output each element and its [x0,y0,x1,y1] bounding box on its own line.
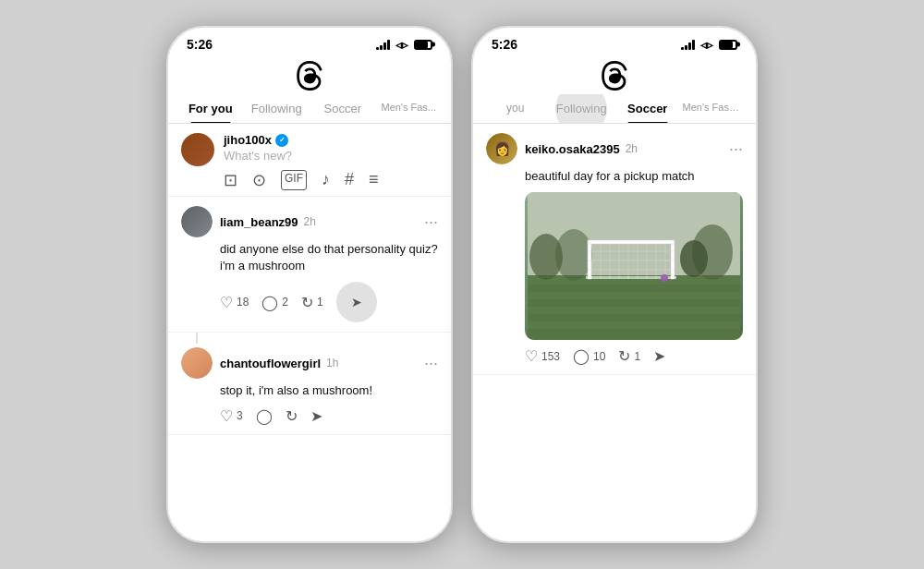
repost-icon-soccer: ↻ [618,347,630,365]
post-1-username: liam_beanz99 [220,215,298,229]
tab-soccer[interactable]: Soccer [310,94,376,123]
status-icons-1: ◃▹ [376,38,432,52]
comment-button-reply[interactable]: ◯ [256,407,273,425]
svg-rect-2 [528,284,740,292]
share-button-reply[interactable]: ➤ [310,407,322,425]
battery-icon-2 [719,40,737,50]
heart-icon-reply: ♡ [220,407,233,425]
phone-2: 5:26 ◃▹ [471,26,758,543]
svg-rect-12 [588,240,675,244]
soccer-post-actions: ♡ 153 ◯ 10 ↻ 1 ➤ [525,347,743,365]
soccer-post-more[interactable]: ··· [729,140,743,157]
phones-container: 5:26 ◃▹ [166,26,758,543]
tabs-2: you Following Soccer Men's Fashion [473,94,756,124]
hashtag-icon[interactable]: # [345,170,354,190]
comment-icon-reply: ◯ [256,407,273,425]
keiko-avatar: 👩 [486,133,517,164]
post-1: liam_beanz99 2h ··· did anyone else do t… [168,197,451,333]
post-1-time: 2h [304,215,316,228]
post-1-body: did anyone else do that personality quiz… [220,241,438,274]
camera-icon[interactable]: ⊙ [252,170,266,190]
threads-logo-1 [168,55,451,94]
signal-icon-2 [681,39,695,50]
image-icon[interactable]: ⊡ [224,170,237,190]
reply-1-meta: chantouflowergirl 1h [220,357,338,370]
signal-icon [376,39,390,50]
reply-1-body: stop it, i'm also a mushroom! [220,382,438,399]
share-icon-soccer: ➤ [653,347,665,365]
repost-count-soccer: 1 [634,350,640,363]
svg-rect-3 [528,299,740,307]
svg-point-26 [661,274,668,282]
post-1-more[interactable]: ··· [424,213,438,230]
repost-icon-reply: ↻ [286,407,298,425]
comment-button-1[interactable]: ◯ 2 [261,294,288,311]
share-icon: ➤ [351,295,362,309]
list-icon[interactable]: ≡ [369,170,379,190]
verified-badge: ✓ [275,134,288,147]
like-count-1: 18 [237,296,249,309]
keiko-username: keiko.osaka2395 [525,142,620,156]
svg-point-8 [680,240,708,277]
keiko-time: 2h [626,142,638,155]
like-button-1[interactable]: ♡ 18 [220,294,249,311]
tab-you-2[interactable]: you [482,94,549,123]
threads-logo-2 [473,55,756,94]
composer-placeholder[interactable]: What's new? [224,149,438,163]
repost-button-reply[interactable]: ↻ [286,407,298,425]
reply-post-1: chantouflowergirl 1h ··· stop it, i'm al… [168,344,451,434]
repost-button-soccer[interactable]: ↻ 1 [618,347,640,365]
reply-1-time: 1h [326,357,338,369]
feed-2: 👩 keiko.osaka2395 2h ··· beautiful day f… [473,124,756,541]
tab-soccer-2[interactable]: Soccer [614,94,681,123]
like-count-soccer: 153 [541,350,560,363]
svg-point-9 [555,229,592,281]
like-button-soccer[interactable]: ♡ 153 [525,347,560,365]
comment-button-soccer[interactable]: ◯ 10 [573,347,605,365]
reply-1-avatar [181,347,213,379]
soccer-field-image [525,192,743,340]
comment-icon: ◯ [261,294,278,311]
tab-following-2[interactable]: Following [549,94,615,123]
mic-icon[interactable]: ♪ [322,170,330,190]
soccer-post: 👩 keiko.osaka2395 2h ··· beautiful day f… [473,124,756,375]
status-icons-2: ◃▹ [681,38,737,52]
reply-1-user: chantouflowergirl 1h [181,347,338,379]
share-button-1[interactable]: ➤ [336,282,377,322]
share-circle: ➤ [336,282,377,322]
post-1-user: liam_beanz99 2h [181,206,316,237]
wifi-icon-2: ◃▹ [700,38,713,52]
tab-for-you[interactable]: For you [177,94,244,123]
post-1-header: liam_beanz99 2h ··· [181,206,438,237]
time-2: 5:26 [492,37,517,52]
composer-toolbar: ⊡ ⊙ GIF ♪ # ≡ [224,170,438,190]
tab-following[interactable]: Following [244,94,310,123]
heart-icon: ♡ [220,294,233,311]
svg-rect-10 [588,240,591,279]
repost-count-1: 1 [317,296,323,309]
repost-icon: ↻ [301,294,313,311]
wifi-icon: ◃▹ [395,38,408,52]
tab-mens-fashion[interactable]: Men's Fas... [376,94,443,123]
like-button-reply[interactable]: ♡ 3 [220,407,243,425]
time-1: 5:26 [187,37,213,52]
composer-avatar [181,133,214,166]
svg-rect-11 [671,240,675,279]
like-count-reply: 3 [237,409,243,422]
repost-button-1[interactable]: ↻ 1 [301,294,323,311]
soccer-post-header: 👩 keiko.osaka2395 2h ··· [486,133,743,164]
comment-icon-soccer: ◯ [573,347,590,365]
gif-icon[interactable]: GIF [281,170,307,190]
reply-1-more[interactable]: ··· [424,355,438,371]
status-bar-2: 5:26 ◃▹ [473,28,756,55]
reply-1-header: chantouflowergirl 1h ··· [181,347,438,379]
tab-mens-fashion-2[interactable]: Men's Fashion [681,94,748,123]
post-1-meta: liam_beanz99 2h [220,215,316,229]
reply-1-username: chantouflowergirl [220,357,321,370]
composer-username: jiho100x ✓ [224,133,438,147]
comment-count-1: 2 [282,296,288,309]
feed-1: jiho100x ✓ What's new? ⊡ ⊙ GIF ♪ # ≡ [168,124,451,541]
share-icon-reply: ➤ [310,407,322,425]
composer-right: jiho100x ✓ What's new? ⊡ ⊙ GIF ♪ # ≡ [224,133,438,190]
share-button-soccer[interactable]: ➤ [653,347,665,365]
